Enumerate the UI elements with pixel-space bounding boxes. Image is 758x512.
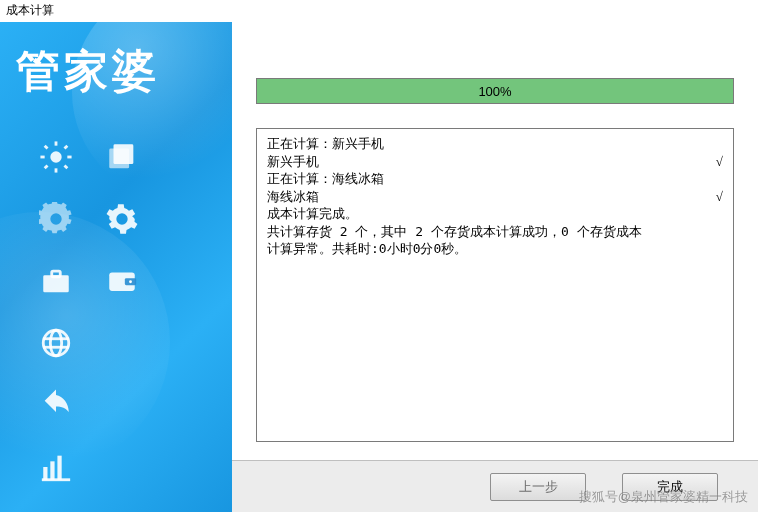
log-line: 共计算存货 2 个，其中 2 个存货成本计算成功，0 个存货成本 xyxy=(267,223,723,241)
svg-line-5 xyxy=(45,146,48,149)
progress-label: 100% xyxy=(478,84,511,99)
progress-bar: 100% xyxy=(256,78,734,104)
brand-logo: 管家婆 xyxy=(0,22,232,101)
svg-rect-20 xyxy=(43,467,47,480)
content-area: 管家婆 xyxy=(0,22,758,512)
main-panel: 100% 正在计算：新兴手机新兴手机√正在计算：海线冰箱海线冰箱√成本计算完成。… xyxy=(232,22,758,512)
window-title: 成本计算 xyxy=(0,0,758,22)
gear2-icon xyxy=(102,199,142,239)
button-row: 上一步 完成 xyxy=(232,460,758,512)
svg-point-0 xyxy=(50,151,61,162)
prev-button[interactable]: 上一步 xyxy=(490,473,586,501)
svg-rect-22 xyxy=(57,456,61,480)
svg-point-16 xyxy=(43,330,69,356)
svg-rect-12 xyxy=(52,271,61,277)
barchart-icon xyxy=(36,447,76,487)
log-line: 计算异常。共耗时:0小时0分0秒。 xyxy=(267,240,723,258)
stack-icon xyxy=(102,137,142,177)
wallet-icon xyxy=(102,261,142,301)
globe-icon xyxy=(36,323,76,363)
log-line: 海线冰箱√ xyxy=(267,188,723,206)
sidebar-icon-grid xyxy=(36,137,216,512)
finish-button-label: 完成 xyxy=(657,478,683,496)
log-line: 成本计算完成。 xyxy=(267,205,723,223)
svg-line-8 xyxy=(65,146,68,149)
svg-line-7 xyxy=(45,166,48,169)
log-line: 正在计算：海线冰箱 xyxy=(267,170,723,188)
log-output[interactable]: 正在计算：新兴手机新兴手机√正在计算：海线冰箱海线冰箱√成本计算完成。共计算存货… xyxy=(256,128,734,442)
svg-line-6 xyxy=(65,166,68,169)
sun-icon xyxy=(36,137,76,177)
svg-point-17 xyxy=(50,330,61,356)
briefcase-icon xyxy=(36,261,76,301)
progress-fill: 100% xyxy=(257,79,733,103)
log-line: 正在计算：新兴手机 xyxy=(267,135,723,153)
gear-icon xyxy=(36,199,76,239)
svg-point-15 xyxy=(129,280,132,283)
svg-rect-10 xyxy=(109,149,129,169)
undo-icon xyxy=(36,385,76,425)
sidebar: 管家婆 xyxy=(0,22,232,512)
svg-rect-21 xyxy=(50,461,54,479)
cost-calc-window: 成本计算 管家婆 xyxy=(0,0,758,512)
prev-button-label: 上一步 xyxy=(519,478,558,496)
finish-button[interactable]: 完成 xyxy=(622,473,718,501)
log-line: 新兴手机√ xyxy=(267,153,723,171)
